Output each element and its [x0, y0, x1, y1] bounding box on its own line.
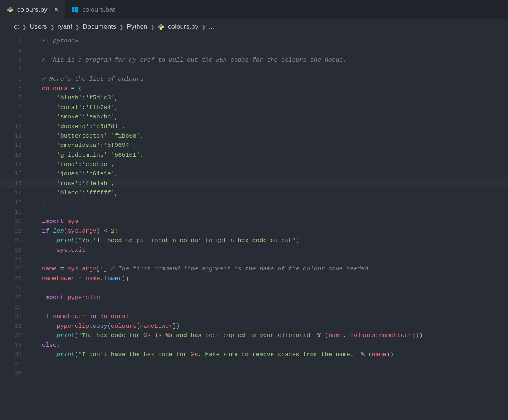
- line-number-gutter: 1234567891011121314151617181920212223242…: [0, 35, 30, 420]
- line-number: 6: [0, 84, 22, 93]
- chevron-right-icon: ❯: [150, 24, 155, 30]
- line-number: 27: [0, 283, 22, 293]
- code-line[interactable]: # This is a program for my chef to pull …: [30, 55, 508, 65]
- line-number: 24: [0, 255, 22, 264]
- code-line[interactable]: colours = {: [30, 84, 508, 93]
- tab-bar: colours.py × colours.bat: [0, 0, 508, 19]
- code-line[interactable]: print("You'll need to put input a colour…: [30, 236, 508, 245]
- code-line[interactable]: 'rose':'f1e1eb',: [30, 179, 508, 188]
- breadcrumb[interactable]: c: ❯ Users ❯ ryanf ❯ Documents ❯ Python …: [0, 19, 508, 35]
- code-line[interactable]: [30, 302, 508, 312]
- python-icon: [7, 7, 13, 13]
- code-line[interactable]: sys.exit: [30, 245, 508, 255]
- code-line[interactable]: import sys: [30, 217, 508, 226]
- tab-label: colours.bat: [82, 6, 115, 14]
- line-number: 30: [0, 312, 22, 321]
- line-number: 5: [0, 74, 22, 84]
- code-line[interactable]: 'fond':'edefee',: [30, 160, 508, 169]
- windows-icon: [72, 7, 78, 13]
- line-number: 9: [0, 112, 22, 122]
- code-line[interactable]: 'blush':'f5d1c3',: [30, 93, 508, 102]
- line-number: 10: [0, 122, 22, 131]
- line-number: 17: [0, 188, 22, 198]
- code-line[interactable]: 'smoke':'aab7bc',: [30, 112, 508, 122]
- code-editor[interactable]: 1234567891011121314151617181920212223242…: [0, 35, 508, 420]
- line-number: 8: [0, 103, 22, 112]
- line-number: 18: [0, 198, 22, 207]
- breadcrumb-segment[interactable]: c:: [14, 23, 19, 31]
- code-line[interactable]: 'coral':'ffb7a4',: [30, 103, 508, 112]
- code-area[interactable]: #! python3# This is a program for my che…: [30, 35, 508, 420]
- code-line[interactable]: import pyperclip: [30, 293, 508, 302]
- code-line[interactable]: [30, 255, 508, 264]
- tab-label: colours.py: [17, 6, 47, 14]
- code-line[interactable]: if len(sys.argv) < 2:: [30, 226, 508, 236]
- line-number: 25: [0, 264, 22, 274]
- line-number: 35: [0, 359, 22, 369]
- breadcrumb-segment[interactable]: Users: [30, 23, 47, 31]
- line-number: 16: [0, 179, 22, 188]
- breadcrumb-trail[interactable]: ...: [209, 23, 214, 31]
- tab-colours-bat[interactable]: colours.bat: [65, 0, 120, 19]
- line-number: 32: [0, 331, 22, 340]
- line-number: 28: [0, 293, 22, 302]
- code-line[interactable]: [30, 283, 508, 293]
- line-number: 20: [0, 217, 22, 226]
- line-number: 21: [0, 226, 22, 236]
- line-number: 34: [0, 350, 22, 359]
- line-number: 11: [0, 131, 22, 141]
- line-number: 1: [0, 36, 22, 46]
- code-line[interactable]: 'joues':'d61e1e',: [30, 169, 508, 178]
- line-number: 14: [0, 160, 22, 169]
- breadcrumb-segment[interactable]: Python: [127, 23, 147, 31]
- breadcrumb-segment[interactable]: ryanf: [58, 23, 72, 31]
- line-number: 4: [0, 65, 22, 74]
- code-line[interactable]: name = sys.argv[1] # The first command l…: [30, 264, 508, 274]
- line-number: 33: [0, 341, 22, 350]
- tab-colours-py[interactable]: colours.py ×: [0, 0, 65, 19]
- close-icon[interactable]: ×: [53, 6, 60, 13]
- code-line[interactable]: [30, 369, 508, 378]
- chevron-right-icon: ❯: [201, 24, 206, 30]
- code-line[interactable]: #! python3: [30, 36, 508, 46]
- chevron-right-icon: ❯: [50, 24, 55, 30]
- code-line[interactable]: # Here's the list of colours: [30, 74, 508, 84]
- code-line[interactable]: 'duckegg':'c5d7d1',: [30, 122, 508, 131]
- code-line[interactable]: pyperclip.copy(colours[nameLower]): [30, 321, 508, 331]
- line-number: 13: [0, 150, 22, 160]
- breadcrumb-segment[interactable]: Documents: [83, 23, 116, 31]
- chevron-right-icon: ❯: [75, 24, 79, 30]
- code-line[interactable]: 'emeraldsea':'5f9694',: [30, 141, 508, 150]
- line-number: 7: [0, 93, 22, 102]
- line-number: 3: [0, 55, 22, 65]
- python-icon: [158, 24, 164, 30]
- line-number: 29: [0, 302, 22, 312]
- code-line[interactable]: print("I don't have the hex code for %s.…: [30, 350, 508, 359]
- chevron-right-icon: ❯: [119, 24, 123, 30]
- code-line[interactable]: 'blanc':'ffffff',: [30, 188, 508, 198]
- line-number: 15: [0, 169, 22, 178]
- code-line[interactable]: 'grisdesmains':'565151',: [30, 150, 508, 160]
- breadcrumb-file[interactable]: colours.py: [168, 23, 198, 31]
- line-number: 36: [0, 369, 22, 378]
- line-number: 31: [0, 321, 22, 331]
- line-number: 22: [0, 236, 22, 245]
- code-line[interactable]: nameLower = name.lower(): [30, 274, 508, 283]
- chevron-right-icon: ❯: [22, 24, 26, 30]
- line-number: 26: [0, 274, 22, 283]
- line-number: 12: [0, 141, 22, 150]
- line-number: 19: [0, 207, 22, 217]
- code-line[interactable]: 'butterscotch':'f1bc68',: [30, 131, 508, 141]
- code-line[interactable]: [30, 359, 508, 369]
- code-line[interactable]: else:: [30, 341, 508, 350]
- code-line[interactable]: }: [30, 198, 508, 207]
- code-line[interactable]: [30, 207, 508, 217]
- code-line[interactable]: if nameLower in colours:: [30, 312, 508, 321]
- code-line[interactable]: [30, 46, 508, 55]
- line-number: 2: [0, 46, 22, 55]
- code-line[interactable]: print('The hex code for %s is %s and has…: [30, 331, 508, 340]
- code-line[interactable]: [30, 65, 508, 74]
- line-number: 23: [0, 245, 22, 255]
